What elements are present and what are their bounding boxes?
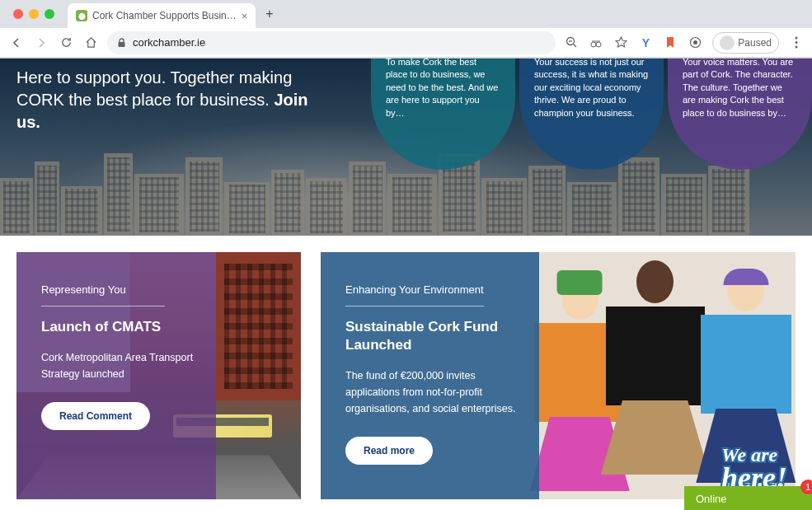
incognito-icon[interactable] bbox=[589, 35, 603, 50]
tab-bar: ⬤ Cork Chamber Supports Busin… × + bbox=[0, 0, 812, 28]
extension-y-icon[interactable]: Y bbox=[638, 35, 653, 50]
close-tab-button[interactable]: × bbox=[242, 10, 248, 22]
hero-headline: Here to support you. Together making COR… bbox=[16, 67, 330, 133]
card-sustainable-fund[interactable]: Enhancing Your Environment Sustainable C… bbox=[321, 252, 796, 499]
page-content: Here to support you. Together making COR… bbox=[0, 58, 812, 510]
card-eyebrow: Enhancing Your Environment bbox=[345, 283, 484, 306]
hero-circle-champion[interactable]: Your success is not just our success, it… bbox=[519, 58, 664, 170]
profile-paused-button[interactable]: Paused bbox=[712, 32, 779, 54]
card-content: Representing You Launch of CMATS Cork Me… bbox=[16, 252, 231, 460]
browser-chrome: ⬤ Cork Chamber Supports Busin… × + corkc… bbox=[0, 0, 812, 58]
minimize-window-button[interactable] bbox=[29, 9, 39, 19]
circle-text: Your success is not just our success, it… bbox=[534, 58, 648, 118]
svg-point-8 bbox=[796, 46, 798, 49]
toolbar: corkchamber.ie Y Paused bbox=[0, 28, 812, 58]
menu-button[interactable] bbox=[789, 35, 804, 50]
hero-line2-pre: CORK the best place for business. bbox=[16, 91, 274, 109]
zoom-icon[interactable] bbox=[564, 35, 579, 50]
toolbar-right: Y Paused bbox=[564, 32, 804, 54]
back-button[interactable] bbox=[8, 35, 25, 51]
paused-label: Paused bbox=[738, 37, 772, 49]
card-content: Enhancing Your Environment Sustainable C… bbox=[321, 252, 552, 494]
card-eyebrow: Representing You bbox=[41, 283, 165, 306]
svg-rect-0 bbox=[119, 42, 125, 47]
svg-point-5 bbox=[693, 40, 697, 44]
url-text: corkchamber.ie bbox=[133, 36, 205, 49]
hero-circle-voice[interactable]: Your voice matters. You are part of Cork… bbox=[668, 58, 812, 170]
new-tab-button[interactable]: + bbox=[262, 3, 276, 25]
window-controls bbox=[7, 9, 61, 19]
browser-tab[interactable]: ⬤ Cork Chamber Supports Busin… × bbox=[68, 3, 256, 28]
feature-cards-row: Representing You Launch of CMATS Cork Me… bbox=[0, 236, 812, 499]
card-title: Sustainable Cork Fund Launched bbox=[345, 318, 527, 354]
hero-line1: Here to support you. Together making bbox=[16, 68, 292, 87]
svg-point-2 bbox=[591, 42, 596, 47]
maximize-window-button[interactable] bbox=[45, 9, 54, 19]
read-comment-button[interactable]: Read Comment bbox=[41, 402, 150, 430]
hero-banner: Here to support you. Together making COR… bbox=[0, 58, 812, 236]
hero-circles: To make Cork the best place to do busine… bbox=[371, 58, 812, 170]
forward-button[interactable] bbox=[33, 35, 49, 51]
lock-icon bbox=[117, 38, 126, 48]
read-more-button[interactable]: Read more bbox=[345, 437, 433, 465]
circle-text: To make Cork the best place to do busine… bbox=[386, 58, 498, 118]
circle-text: Your voice matters. You are part of Cork… bbox=[683, 58, 793, 118]
close-window-button[interactable] bbox=[13, 9, 23, 19]
tab-favicon: ⬤ bbox=[76, 10, 87, 21]
hero-circle-excellence[interactable]: To make Cork the best place to do busine… bbox=[371, 58, 515, 170]
card-description: The fund of €200,000 invites application… bbox=[345, 367, 527, 417]
chat-notification-badge: 1 bbox=[800, 480, 812, 494]
avatar-icon bbox=[720, 35, 735, 50]
extension-bookmark-icon[interactable] bbox=[663, 35, 678, 50]
tab-title: Cork Chamber Supports Busin… bbox=[92, 10, 237, 21]
address-bar[interactable]: corkchamber.ie bbox=[107, 31, 556, 54]
card-title: Launch of CMATS bbox=[41, 318, 206, 336]
card-cmats[interactable]: Representing You Launch of CMATS Cork Me… bbox=[16, 252, 301, 499]
home-button[interactable] bbox=[82, 35, 99, 51]
chat-widget[interactable]: Online 1 bbox=[684, 486, 812, 510]
reload-button[interactable] bbox=[58, 35, 74, 51]
chat-status: Online bbox=[696, 493, 727, 505]
svg-point-3 bbox=[596, 42, 601, 47]
star-icon[interactable] bbox=[613, 35, 628, 50]
svg-point-6 bbox=[796, 37, 798, 40]
extension-circle-icon[interactable] bbox=[688, 35, 702, 50]
we-are-here-badge: We are here! bbox=[721, 447, 787, 491]
card-description: Cork Metropolitan Area Transport Strateg… bbox=[41, 349, 206, 382]
svg-point-7 bbox=[796, 41, 798, 44]
